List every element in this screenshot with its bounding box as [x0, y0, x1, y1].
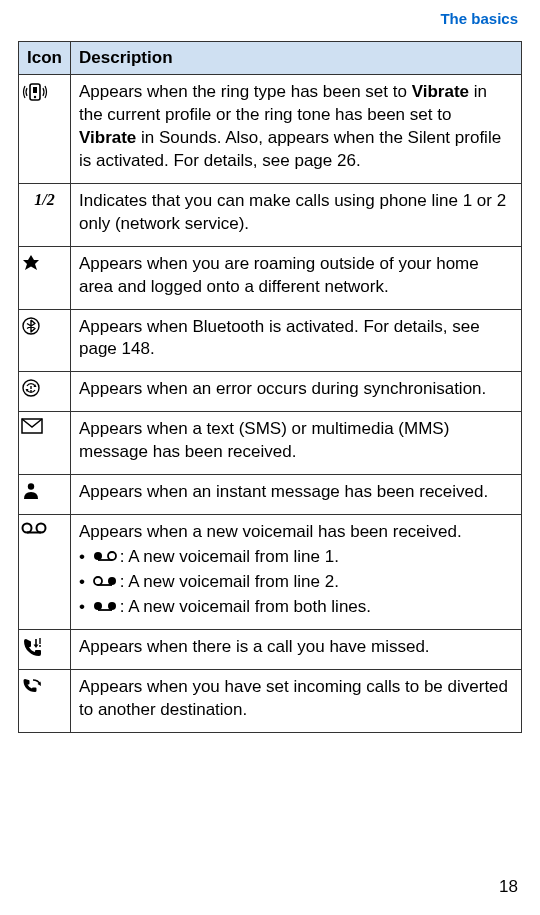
svg-point-27	[39, 645, 41, 647]
svg-point-11	[28, 483, 34, 489]
icon-description-table: Icon Description	[18, 41, 522, 733]
voicemail-icon	[21, 521, 68, 535]
vibrate-icon	[21, 81, 68, 103]
page-number: 18	[499, 877, 518, 897]
table-row: Appears when a new voicemail has been re…	[19, 515, 522, 630]
table-row: Appears when Bluetooth is activated. For…	[19, 309, 522, 372]
voicemail-both-lines-icon	[92, 596, 118, 619]
svg-point-15	[94, 552, 102, 560]
table-row: Appears when an error occurs during sync…	[19, 372, 522, 412]
roaming-icon	[21, 253, 68, 273]
svg-marker-3	[23, 255, 39, 270]
vibrate-description: Appears when the ring type has been set …	[71, 75, 522, 184]
missed-call-icon	[21, 636, 68, 658]
sync-error-icon	[21, 378, 68, 398]
breadcrumb: The basics	[18, 0, 522, 41]
bluetooth-description: Appears when Bluetooth is activated. For…	[71, 309, 522, 372]
table-row: Appears when an instant message has been…	[19, 475, 522, 515]
svg-rect-1	[33, 87, 37, 93]
bluetooth-icon	[21, 316, 68, 336]
missed-call-description: Appears when there is a call you have mi…	[71, 630, 522, 670]
voicemail-description: Appears when a new voicemail has been re…	[71, 515, 522, 630]
table-row: Appears when you are roaming outside of …	[19, 246, 522, 309]
svg-marker-25	[34, 645, 39, 649]
header-description: Description	[71, 42, 522, 75]
table-row: Appears when there is a call you have mi…	[19, 630, 522, 670]
svg-point-22	[108, 602, 116, 610]
voicemail-line2-icon	[92, 571, 118, 594]
message-icon	[21, 418, 68, 434]
instant-message-icon	[21, 481, 68, 501]
roaming-description: Appears when you are roaming outside of …	[71, 246, 522, 309]
call-divert-description: Appears when you have set incoming calls…	[71, 669, 522, 732]
svg-point-12	[23, 524, 32, 533]
voicemail-line1-icon	[92, 546, 118, 569]
instant-message-description: Appears when an instant message has been…	[71, 475, 522, 515]
line-number-icon: 1/2	[34, 191, 54, 208]
call-divert-icon	[21, 676, 68, 696]
svg-point-19	[108, 577, 116, 585]
table-row: 1/2 Indicates that you can make calls us…	[19, 183, 522, 246]
table-row: Appears when the ring type has been set …	[19, 75, 522, 184]
table-row: Appears when you have set incoming calls…	[19, 669, 522, 732]
message-description: Appears when a text (SMS) or multimedia …	[71, 412, 522, 475]
svg-point-18	[94, 577, 102, 585]
header-icon: Icon	[19, 42, 71, 75]
svg-point-21	[94, 602, 102, 610]
svg-point-9	[30, 390, 32, 392]
sync-error-description: Appears when an error occurs during sync…	[71, 372, 522, 412]
svg-point-2	[34, 96, 36, 98]
svg-point-13	[37, 524, 46, 533]
table-row: Appears when a text (SMS) or multimedia …	[19, 412, 522, 475]
svg-point-16	[108, 552, 116, 560]
line-number-description: Indicates that you can make calls using …	[71, 183, 522, 246]
